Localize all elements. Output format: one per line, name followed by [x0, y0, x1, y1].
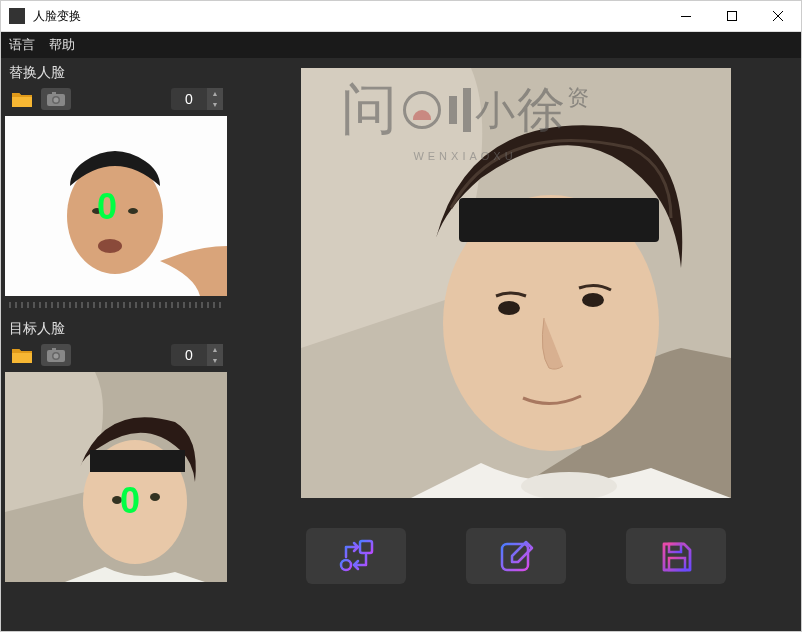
source-folder-button[interactable] — [9, 88, 35, 110]
minimize-icon — [681, 16, 691, 17]
folder-icon — [12, 91, 32, 107]
swap-icon — [336, 537, 376, 575]
main-panel: 问 小 徐 资 WENXIAOXU — [231, 58, 801, 631]
edit-icon — [498, 538, 534, 574]
target-folder-button[interactable] — [9, 344, 35, 366]
svg-point-9 — [128, 208, 138, 214]
swap-button[interactable] — [306, 528, 406, 584]
target-counter-down[interactable]: ▼ — [207, 355, 223, 366]
result-preview[interactable] — [301, 68, 731, 498]
content-area: 替换人脸 0 — [1, 58, 801, 631]
source-counter-down[interactable]: ▼ — [207, 99, 223, 110]
menubar: 语言 帮助 — [1, 32, 801, 58]
svg-point-4 — [54, 98, 59, 103]
minimize-button[interactable] — [663, 1, 709, 31]
action-toolbar — [249, 528, 783, 584]
source-toolbar: 0 ▲ ▼ — [1, 88, 231, 116]
svg-rect-30 — [669, 558, 685, 570]
edit-button[interactable] — [466, 528, 566, 584]
svg-rect-22 — [459, 198, 659, 242]
target-toolbar: 0 ▲ ▼ — [1, 344, 231, 372]
target-face-label: 目标人脸 — [1, 314, 231, 344]
target-counter-value: 0 — [171, 344, 207, 366]
svg-rect-14 — [52, 348, 56, 351]
svg-rect-17 — [90, 450, 185, 472]
sidebar: 替换人脸 0 — [1, 58, 231, 631]
menu-language[interactable]: 语言 — [9, 36, 35, 54]
app-window: 人脸变换 语言 帮助 替换人脸 — [0, 0, 802, 632]
target-face-thumbnail[interactable]: 0 — [5, 372, 227, 582]
target-camera-button[interactable] — [41, 344, 71, 366]
svg-rect-29 — [669, 544, 681, 552]
app-icon — [9, 8, 25, 24]
source-face-label: 替换人脸 — [1, 58, 231, 88]
camera-icon — [47, 92, 65, 106]
source-counter: 0 ▲ ▼ — [171, 88, 223, 110]
svg-point-19 — [150, 493, 160, 501]
target-face-marker: 0 — [120, 480, 140, 522]
target-counter-up[interactable]: ▲ — [207, 344, 223, 355]
svg-rect-5 — [52, 92, 56, 95]
svg-point-23 — [498, 301, 520, 315]
source-face-thumbnail[interactable]: 0 — [5, 116, 227, 296]
svg-rect-1 — [728, 12, 737, 21]
svg-rect-0 — [681, 16, 691, 17]
menu-help[interactable]: 帮助 — [49, 36, 75, 54]
svg-point-24 — [582, 293, 604, 307]
window-title: 人脸变换 — [33, 8, 81, 25]
titlebar: 人脸变换 — [1, 1, 801, 32]
svg-rect-27 — [360, 541, 372, 553]
target-face-image — [5, 372, 227, 582]
folder-icon — [12, 347, 32, 363]
close-button[interactable] — [755, 1, 801, 31]
maximize-button[interactable] — [709, 1, 755, 31]
source-counter-value: 0 — [171, 88, 207, 110]
svg-point-10 — [98, 239, 122, 253]
maximize-icon — [727, 11, 737, 21]
save-icon — [658, 538, 694, 574]
source-camera-button[interactable] — [41, 88, 71, 110]
svg-point-13 — [54, 354, 59, 359]
target-counter: 0 ▲ ▼ — [171, 344, 223, 366]
source-counter-up[interactable]: ▲ — [207, 88, 223, 99]
svg-point-26 — [341, 560, 351, 570]
source-face-marker: 0 — [97, 186, 117, 228]
save-button[interactable] — [626, 528, 726, 584]
close-icon — [773, 11, 783, 21]
panel-divider[interactable] — [9, 302, 223, 308]
camera-icon — [47, 348, 65, 362]
result-image — [301, 68, 731, 498]
